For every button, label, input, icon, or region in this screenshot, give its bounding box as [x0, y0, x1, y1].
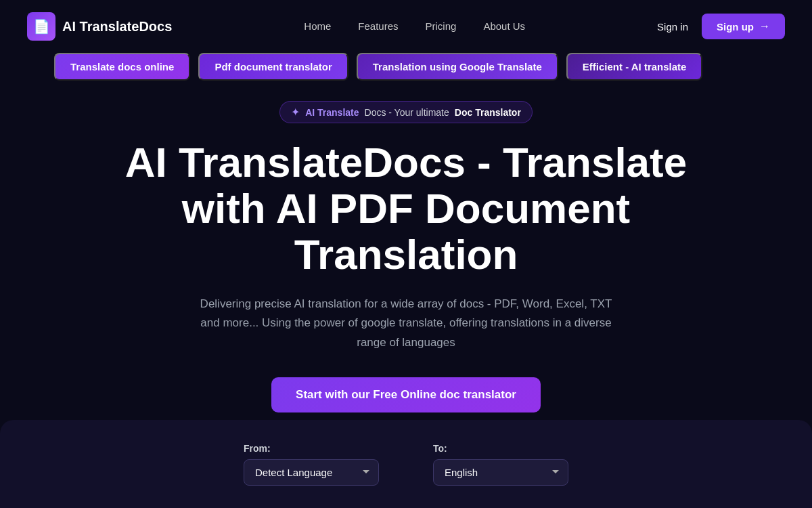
navbar: 📄 AI TranslateDocs Home Features Pricing…	[0, 0, 812, 53]
signup-label: Sign up	[717, 21, 754, 33]
tag-pdf-translator[interactable]: Pdf document translator	[198, 53, 348, 81]
logo-text: AI TranslateDocs	[62, 19, 172, 35]
to-label: To:	[433, 443, 568, 454]
logo-link[interactable]: 📄 AI TranslateDocs	[27, 12, 172, 41]
from-group: From: Detect Language English French Spa…	[244, 443, 379, 486]
badge-bold: Doc Translator	[455, 107, 521, 118]
signin-button[interactable]: Sign in	[657, 21, 688, 33]
tags-row: Translate docs online Pdf document trans…	[0, 53, 812, 81]
badge-highlight: AI Translate	[305, 107, 359, 118]
hero-subtitle: Delivering precise AI translation for a …	[196, 295, 616, 354]
tag-google-translate[interactable]: Translation using Google Translate	[357, 53, 558, 81]
nav-features[interactable]: Features	[358, 20, 398, 32]
signup-button[interactable]: Sign up →	[702, 14, 785, 39]
nav-home[interactable]: Home	[304, 20, 331, 32]
nav-pricing[interactable]: Pricing	[426, 20, 457, 32]
arrow-icon: →	[759, 20, 770, 33]
nav-about[interactable]: About Us	[483, 20, 525, 32]
hero-badge: ✦ AI Translate Docs - Your ultimate Doc …	[279, 101, 533, 123]
badge-rest: Docs - Your ultimate	[365, 107, 449, 118]
from-language-select[interactable]: Detect Language English French Spanish G…	[244, 459, 379, 486]
to-group: To: English French Spanish German Chines…	[433, 443, 568, 486]
tag-ai-translate[interactable]: Efficient - AI translate	[566, 53, 703, 81]
from-label: From:	[244, 443, 379, 454]
tag-translate-docs[interactable]: Translate docs online	[54, 53, 190, 81]
sparkle-icon: ✦	[291, 106, 300, 119]
nav-actions: Sign in Sign up →	[657, 14, 785, 39]
hero-section: ✦ AI Translate Docs - Your ultimate Doc …	[0, 101, 812, 412]
cta-button[interactable]: Start with our Free Online doc translato…	[271, 377, 541, 412]
nav-links: Home Features Pricing About Us	[304, 20, 525, 33]
to-language-select[interactable]: English French Spanish German Chinese	[433, 459, 568, 486]
hero-title: AI TranslateDocs - Translate with AI PDF…	[102, 140, 710, 278]
logo-icon: 📄	[27, 12, 55, 41]
translator-bar: From: Detect Language English French Spa…	[0, 420, 812, 508]
